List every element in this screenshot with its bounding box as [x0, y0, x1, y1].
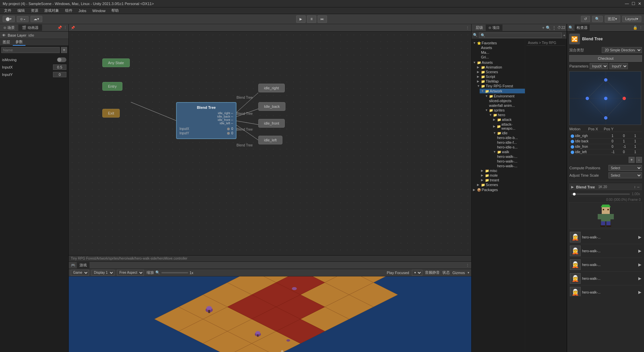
- play-focused-select[interactable]: ▾: [412, 270, 422, 276]
- tree-hero[interactable]: ▼ 📁 hero: [488, 113, 525, 117]
- menu-gameobject[interactable]: 游戏对象: [42, 7, 62, 14]
- anystate-node[interactable]: Any State: [102, 58, 130, 67]
- remove-motion-button[interactable]: -: [636, 157, 642, 163]
- tree-packages[interactable]: ▶ 📦 Packages: [472, 187, 525, 192]
- proj-search-icon[interactable]: 🔍: [546, 26, 551, 30]
- tree-misc[interactable]: ▶ 📁 misc: [480, 168, 525, 173]
- audio-label[interactable]: 音频静音: [425, 270, 440, 275]
- minimize-button[interactable]: —: [625, 1, 629, 6]
- play-button[interactable]: ▶: [296, 15, 306, 23]
- tree-hero-walk-3[interactable]: hero-walk-...: [496, 164, 525, 168]
- graph-canvas[interactable]: Blend Tree Blend Tree Blend Tree Blend T…: [69, 32, 471, 255]
- tree-animation[interactable]: ▶ 📁 Animation: [476, 65, 525, 70]
- proj-add-icon[interactable]: +: [542, 26, 544, 30]
- tree-walk[interactable]: ▼ 📁 walk: [492, 149, 525, 154]
- step-button[interactable]: ⏭: [318, 15, 327, 23]
- tree-tilemap[interactable]: ▶ 📁 TileMap: [476, 79, 525, 84]
- layers-button[interactable]: 图层▾: [605, 15, 620, 23]
- fav-gri[interactable]: Gri...: [476, 55, 525, 59]
- menu-file[interactable]: 文件: [1, 7, 14, 14]
- idle-left-node[interactable]: idle_left: [258, 136, 282, 144]
- menu-edit[interactable]: 编辑: [15, 7, 28, 14]
- gizmos-label[interactable]: Gizmos: [452, 271, 465, 275]
- subtab-params[interactable]: 参数: [13, 39, 25, 46]
- tree-hero-idle-b[interactable]: hero-idle-b...: [496, 135, 525, 140]
- layer-eye-icon[interactable]: 👁: [2, 33, 6, 37]
- tree-scenes[interactable]: ▶ 📁 Scenes: [476, 70, 525, 74]
- tool-btn-2[interactable]: ⛭▾: [17, 16, 29, 22]
- tree-tiny-rpg[interactable]: ▼ 📁 Tiny RPG Forest: [476, 84, 525, 88]
- window-controls[interactable]: — ☐ ✕: [625, 1, 641, 6]
- motion-row-4[interactable]: ⬤idle_left -1 0 1: [569, 149, 642, 155]
- animator-panel-menu-icon[interactable]: ⋮: [63, 26, 67, 30]
- tree-hero-idle-s[interactable]: hero-idle-s...: [496, 145, 525, 149]
- menu-window[interactable]: Window: [90, 8, 108, 13]
- close-button[interactable]: ✕: [638, 1, 641, 6]
- tab-animator[interactable]: 🎬 动画器: [18, 25, 42, 31]
- tab-inspector[interactable]: 检查器: [575, 25, 590, 31]
- layout-button[interactable]: Layout▾: [622, 16, 641, 22]
- motion-row-2[interactable]: ⬤Idle back 0 1 1: [569, 139, 642, 144]
- inspector-menu-icon[interactable]: ⋮: [639, 26, 643, 30]
- menu-jobs[interactable]: Jobs: [76, 8, 89, 13]
- exit-node[interactable]: Exit: [102, 109, 120, 118]
- tool-btn-1[interactable]: ⬤▾: [3, 16, 15, 22]
- tree-treant[interactable]: ▶ 📁 treant: [480, 178, 525, 182]
- param-ismoving-toggle[interactable]: [57, 57, 66, 62]
- menu-help[interactable]: 帮助: [109, 7, 121, 14]
- favorites-label[interactable]: Favorites: [482, 41, 497, 45]
- idle-front-node[interactable]: idle_front: [258, 119, 285, 128]
- search-right-icon[interactable]: +: [563, 33, 565, 37]
- sprite-play-2[interactable]: ▶: [638, 249, 641, 253]
- blend-type-select[interactable]: 2D Simple Directional: [602, 47, 642, 53]
- inspector-lock-icon[interactable]: 🔒: [633, 26, 638, 30]
- project-search-input[interactable]: [479, 33, 562, 38]
- entry-node[interactable]: Entry: [102, 82, 122, 91]
- tree-script[interactable]: ▶ 📁 Script: [476, 74, 525, 79]
- tree-hero-walk-1[interactable]: hero-walk-...: [496, 154, 525, 159]
- search-toolbar-button[interactable]: 🔍: [592, 16, 603, 22]
- anim-timeline-head[interactable]: [573, 193, 576, 195]
- blend-space-visualization[interactable]: [569, 71, 641, 125]
- compute-positions-select[interactable]: Select Velocity XZ Speed And Direction: [608, 165, 642, 171]
- param-inputx-value[interactable]: [53, 64, 66, 70]
- tab-game[interactable]: 游戏: [77, 262, 90, 268]
- sprite-play-3[interactable]: ▶: [638, 262, 641, 267]
- gizmos-dropdown-icon[interactable]: ▾: [468, 271, 469, 274]
- undo-button[interactable]: ↺: [581, 16, 590, 22]
- sprite-play-5[interactable]: ▶: [638, 290, 641, 295]
- motion-row-3[interactable]: ⬤idle_fron 0 -1 1: [569, 144, 642, 149]
- animator-panel-pin-icon[interactable]: 📌: [57, 26, 62, 30]
- tree-idle[interactable]: ▼ 📁 idle: [492, 131, 525, 135]
- game-pin-icon[interactable]: ⋮: [466, 263, 469, 267]
- proj-menu-icon[interactable]: ⋮: [552, 26, 556, 30]
- fav-ma[interactable]: Ma...: [476, 50, 525, 55]
- tool-btn-3[interactable]: ☁▾: [31, 16, 42, 22]
- tree-attack[interactable]: ▶ 📁 attack: [492, 117, 525, 122]
- param-inputy-value[interactable]: [53, 72, 66, 77]
- param-search-input[interactable]: [1, 47, 60, 53]
- add-param-button[interactable]: +: [61, 47, 67, 53]
- menu-assets[interactable]: 资源: [28, 7, 41, 14]
- motion-row-1[interactable]: ⬤idle_righ 1 0 1: [569, 133, 642, 139]
- tree-hero-idle-f[interactable]: hero-idle-f...: [496, 140, 525, 145]
- blend-tree-node[interactable]: Blend Tree idle_right ─ Idle_back ─ idle…: [176, 102, 236, 139]
- tree-artwork[interactable]: ▼ 📁 Artwork: [480, 88, 525, 94]
- subtab-layers[interactable]: 图层: [0, 39, 13, 45]
- idle-right-node[interactable]: idle_right: [258, 84, 285, 92]
- anim-play-btn[interactable]: ▶: [571, 185, 574, 189]
- anim-timeline-bar[interactable]: [571, 193, 630, 195]
- menu-component[interactable]: 组件: [62, 7, 75, 14]
- maximize-button[interactable]: ☐: [632, 1, 635, 6]
- sprite-play-4[interactable]: ▶: [638, 276, 641, 281]
- param-x-select[interactable]: InputX: [590, 63, 608, 69]
- param-y-select[interactable]: InputY: [609, 63, 628, 69]
- adjust-time-scale-select[interactable]: Select Homogeneous Speed: [608, 172, 642, 178]
- scale-slider[interactable]: [161, 272, 188, 273]
- tree-sprites[interactable]: ▼ 📁 sprites: [484, 108, 525, 113]
- tree-environment[interactable]: ▼ 📁 Environment: [484, 94, 525, 98]
- display-select[interactable]: Game: [71, 270, 89, 276]
- tab-project[interactable]: ⊙ 项目: [486, 25, 502, 31]
- tab-scene[interactable]: ⊙ 场景: [0, 25, 18, 31]
- aspect-select[interactable]: Free Aspect: [117, 270, 144, 276]
